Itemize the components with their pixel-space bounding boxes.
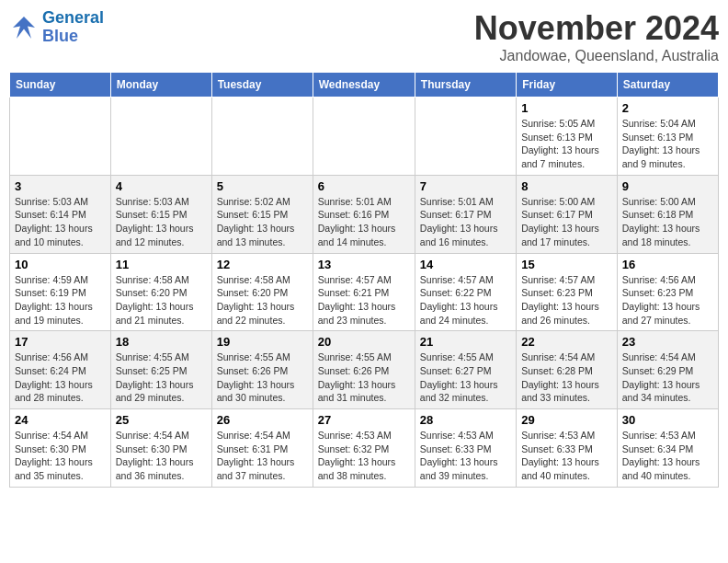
calendar-cell: 18Sunrise: 4:55 AM Sunset: 6:25 PM Dayli…: [110, 331, 211, 409]
logo-text: General Blue: [42, 9, 104, 46]
day-number: 27: [318, 413, 410, 427]
day-number: 15: [521, 258, 612, 271]
weekday-header-cell: Wednesday: [313, 73, 415, 98]
calendar-cell: [10, 98, 111, 176]
day-info: Sunrise: 4:53 AM Sunset: 6:33 PM Dayligh…: [521, 429, 612, 483]
day-number: 5: [217, 179, 308, 193]
day-number: 2: [622, 101, 713, 115]
day-number: 8: [521, 179, 612, 193]
day-info: Sunrise: 5:05 AM Sunset: 6:13 PM Dayligh…: [521, 117, 612, 171]
calendar-cell: 25Sunrise: 4:54 AM Sunset: 6:30 PM Dayli…: [110, 409, 211, 488]
day-info: Sunrise: 4:57 AM Sunset: 6:22 PM Dayligh…: [420, 273, 511, 327]
calendar-cell: 21Sunrise: 4:55 AM Sunset: 6:27 PM Dayli…: [415, 331, 516, 409]
weekday-header-cell: Saturday: [617, 73, 718, 98]
calendar-cell: 30Sunrise: 4:53 AM Sunset: 6:34 PM Dayli…: [617, 409, 718, 488]
calendar-cell: 3Sunrise: 5:03 AM Sunset: 6:14 PM Daylig…: [10, 175, 111, 253]
day-info: Sunrise: 5:03 AM Sunset: 6:14 PM Dayligh…: [15, 195, 106, 249]
day-info: Sunrise: 4:54 AM Sunset: 6:31 PM Dayligh…: [217, 429, 308, 483]
calendar-cell: 22Sunrise: 4:54 AM Sunset: 6:28 PM Dayli…: [517, 331, 618, 409]
day-info: Sunrise: 4:58 AM Sunset: 6:20 PM Dayligh…: [116, 273, 207, 327]
calendar-cell: 12Sunrise: 4:58 AM Sunset: 6:20 PM Dayli…: [211, 253, 313, 331]
day-info: Sunrise: 4:53 AM Sunset: 6:33 PM Dayligh…: [420, 429, 511, 483]
calendar-cell: [110, 98, 211, 176]
day-info: Sunrise: 5:00 AM Sunset: 6:18 PM Dayligh…: [622, 195, 713, 249]
calendar-cell: 1Sunrise: 5:05 AM Sunset: 6:13 PM Daylig…: [517, 98, 618, 176]
calendar-table: SundayMondayTuesdayWednesdayThursdayFrid…: [9, 72, 719, 488]
day-info: Sunrise: 4:54 AM Sunset: 6:30 PM Dayligh…: [15, 429, 106, 483]
calendar-cell: 6Sunrise: 5:01 AM Sunset: 6:16 PM Daylig…: [313, 175, 415, 253]
day-number: 12: [217, 258, 308, 271]
calendar-cell: [313, 98, 415, 176]
weekday-header-cell: Tuesday: [211, 73, 313, 98]
day-number: 22: [521, 335, 612, 349]
day-number: 16: [622, 258, 713, 271]
day-number: 19: [217, 335, 308, 349]
day-info: Sunrise: 5:04 AM Sunset: 6:13 PM Dayligh…: [622, 117, 713, 171]
logo-icon: [9, 13, 39, 42]
page-header: General Blue November 2024 Jandowae, Que…: [9, 9, 719, 64]
calendar-cell: 8Sunrise: 5:00 AM Sunset: 6:17 PM Daylig…: [517, 175, 618, 253]
day-info: Sunrise: 5:03 AM Sunset: 6:15 PM Dayligh…: [116, 195, 207, 249]
weekday-header-row: SundayMondayTuesdayWednesdayThursdayFrid…: [10, 73, 719, 98]
calendar-body: 1Sunrise: 5:05 AM Sunset: 6:13 PM Daylig…: [10, 98, 719, 488]
day-info: Sunrise: 4:57 AM Sunset: 6:23 PM Dayligh…: [521, 273, 612, 327]
calendar-cell: 9Sunrise: 5:00 AM Sunset: 6:18 PM Daylig…: [617, 175, 718, 253]
day-info: Sunrise: 4:55 AM Sunset: 6:25 PM Dayligh…: [116, 350, 207, 405]
day-number: 30: [622, 413, 713, 427]
day-number: 11: [116, 258, 207, 271]
day-number: 29: [521, 413, 612, 427]
day-info: Sunrise: 4:57 AM Sunset: 6:21 PM Dayligh…: [318, 273, 410, 327]
day-info: Sunrise: 5:02 AM Sunset: 6:15 PM Dayligh…: [217, 195, 308, 249]
calendar-cell: 10Sunrise: 4:59 AM Sunset: 6:19 PM Dayli…: [10, 253, 111, 331]
calendar-cell: 15Sunrise: 4:57 AM Sunset: 6:23 PM Dayli…: [517, 253, 618, 331]
day-info: Sunrise: 5:00 AM Sunset: 6:17 PM Dayligh…: [521, 195, 612, 249]
day-number: 1: [521, 101, 612, 115]
weekday-header-cell: Sunday: [10, 73, 111, 98]
calendar-week-row: 24Sunrise: 4:54 AM Sunset: 6:30 PM Dayli…: [10, 409, 719, 488]
title-block: November 2024 Jandowae, Queensland, Aust…: [474, 9, 719, 64]
day-info: Sunrise: 4:54 AM Sunset: 6:29 PM Dayligh…: [622, 350, 713, 405]
logo-line1: General: [42, 8, 104, 27]
day-number: 28: [420, 413, 511, 427]
calendar-cell: 13Sunrise: 4:57 AM Sunset: 6:21 PM Dayli…: [313, 253, 415, 331]
logo: General Blue: [9, 9, 104, 46]
day-info: Sunrise: 4:53 AM Sunset: 6:32 PM Dayligh…: [318, 429, 410, 483]
day-info: Sunrise: 4:53 AM Sunset: 6:34 PM Dayligh…: [622, 429, 713, 483]
day-number: 4: [116, 179, 207, 193]
day-number: 7: [420, 179, 511, 193]
day-number: 20: [318, 335, 410, 349]
day-number: 6: [318, 179, 410, 193]
calendar-week-row: 17Sunrise: 4:56 AM Sunset: 6:24 PM Dayli…: [10, 331, 719, 409]
calendar-cell: 16Sunrise: 4:56 AM Sunset: 6:23 PM Dayli…: [617, 253, 718, 331]
weekday-header-cell: Thursday: [415, 73, 516, 98]
day-info: Sunrise: 4:56 AM Sunset: 6:24 PM Dayligh…: [15, 350, 106, 405]
day-number: 14: [420, 258, 511, 271]
calendar-cell: 23Sunrise: 4:54 AM Sunset: 6:29 PM Dayli…: [617, 331, 718, 409]
calendar-cell: 20Sunrise: 4:55 AM Sunset: 6:26 PM Dayli…: [313, 331, 415, 409]
calendar-cell: 5Sunrise: 5:02 AM Sunset: 6:15 PM Daylig…: [211, 175, 313, 253]
day-info: Sunrise: 5:01 AM Sunset: 6:16 PM Dayligh…: [318, 195, 410, 249]
day-info: Sunrise: 4:55 AM Sunset: 6:27 PM Dayligh…: [420, 350, 511, 405]
day-number: 9: [622, 179, 713, 193]
day-number: 10: [15, 258, 106, 271]
day-info: Sunrise: 4:55 AM Sunset: 6:26 PM Dayligh…: [318, 350, 410, 405]
weekday-header-cell: Friday: [517, 73, 618, 98]
day-number: 21: [420, 335, 511, 349]
day-info: Sunrise: 4:59 AM Sunset: 6:19 PM Dayligh…: [15, 273, 106, 327]
calendar-cell: 4Sunrise: 5:03 AM Sunset: 6:15 PM Daylig…: [110, 175, 211, 253]
svg-marker-0: [13, 17, 35, 39]
day-number: 26: [217, 413, 308, 427]
day-number: 17: [15, 335, 106, 349]
day-info: Sunrise: 4:55 AM Sunset: 6:26 PM Dayligh…: [217, 350, 308, 405]
calendar-cell: [415, 98, 516, 176]
calendar-cell: 2Sunrise: 5:04 AM Sunset: 6:13 PM Daylig…: [617, 98, 718, 176]
calendar-cell: [211, 98, 313, 176]
day-info: Sunrise: 4:58 AM Sunset: 6:20 PM Dayligh…: [217, 273, 308, 327]
calendar-cell: 27Sunrise: 4:53 AM Sunset: 6:32 PM Dayli…: [313, 409, 415, 488]
day-info: Sunrise: 4:54 AM Sunset: 6:30 PM Dayligh…: [116, 429, 207, 483]
calendar-cell: 26Sunrise: 4:54 AM Sunset: 6:31 PM Dayli…: [211, 409, 313, 488]
calendar-cell: 19Sunrise: 4:55 AM Sunset: 6:26 PM Dayli…: [211, 331, 313, 409]
day-number: 23: [622, 335, 713, 349]
calendar-cell: 7Sunrise: 5:01 AM Sunset: 6:17 PM Daylig…: [415, 175, 516, 253]
day-info: Sunrise: 4:54 AM Sunset: 6:28 PM Dayligh…: [521, 350, 612, 405]
